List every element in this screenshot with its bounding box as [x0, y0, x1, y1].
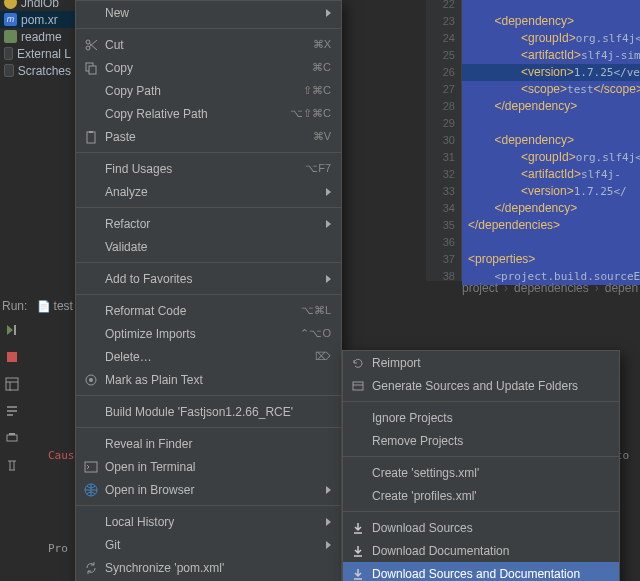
- menu-item-delete[interactable]: Delete…⌦: [76, 345, 341, 368]
- blank-icon: [84, 107, 98, 121]
- menu-item-reveal-in-finder[interactable]: Reveal in Finder: [76, 432, 341, 455]
- menu-item-ignore-projects[interactable]: Ignore Projects: [343, 406, 619, 429]
- menu-item-label: Ignore Projects: [372, 411, 609, 425]
- menu-item-copy-path[interactable]: Copy Path⇧⌘C: [76, 79, 341, 102]
- reimport-icon: [351, 356, 365, 370]
- code-line[interactable]: </dependencies>: [462, 217, 640, 234]
- menu-item-refactor[interactable]: Refactor: [76, 212, 341, 235]
- code-line[interactable]: [462, 234, 640, 251]
- rerun-icon[interactable]: [5, 323, 19, 337]
- code-line[interactable]: <version>1.7.25</: [462, 183, 640, 200]
- menu-item-reimport[interactable]: Reimport: [343, 351, 619, 374]
- breadcrumb-item[interactable]: dependencies: [514, 281, 589, 295]
- tree-item[interactable]: mpom.xr: [0, 11, 75, 28]
- menu-item-synchronize-pom-xml[interactable]: Synchronize 'pom.xml': [76, 556, 341, 579]
- menu-item-new[interactable]: New: [76, 1, 341, 24]
- menu-item-label: Cut: [105, 38, 306, 52]
- menu-item-validate[interactable]: Validate: [76, 235, 341, 258]
- menu-item-copy-relative-path[interactable]: Copy Relative Path⌥⇧⌘C: [76, 102, 341, 125]
- menu-separator: [343, 511, 619, 512]
- blank-icon: [84, 162, 98, 176]
- code-line[interactable]: [462, 0, 640, 13]
- menu-item-label: Optimize Imports: [105, 327, 293, 341]
- delete-icon[interactable]: [5, 458, 19, 472]
- menu-item-analyze[interactable]: Analyze: [76, 180, 341, 203]
- wrap-icon[interactable]: [5, 404, 19, 418]
- menu-item-local-history[interactable]: Local History: [76, 510, 341, 533]
- mark-icon: [84, 373, 98, 387]
- menu-item-download-sources-and-documentation[interactable]: Download Sources and Documentation: [343, 562, 619, 581]
- stop-icon[interactable]: [5, 350, 19, 364]
- menu-item-optimize-imports[interactable]: Optimize Imports⌃⌥O: [76, 322, 341, 345]
- menu-item-find-usages[interactable]: Find Usages⌥F7: [76, 157, 341, 180]
- tree-item[interactable]: readme: [0, 28, 75, 45]
- console-text: Pro: [48, 542, 68, 555]
- menu-item-label: Generate Sources and Update Folders: [372, 379, 609, 393]
- code-line[interactable]: [462, 115, 640, 132]
- code-line[interactable]: <dependency>: [462, 132, 640, 149]
- menu-item-label: Download Sources and Documentation: [372, 567, 609, 581]
- menu-shortcut: ⌘V: [313, 130, 331, 143]
- blank-icon: [84, 240, 98, 254]
- context-menu: NewCut⌘XCopy⌘CCopy Path⇧⌘CCopy Relative …: [75, 0, 342, 581]
- code-line[interactable]: <scope>test</scope>: [462, 81, 640, 98]
- menu-item-create-settings-xml[interactable]: Create 'settings.xml': [343, 461, 619, 484]
- menu-item-cut[interactable]: Cut⌘X: [76, 33, 341, 56]
- class-icon: [4, 0, 17, 9]
- breadcrumb-item[interactable]: project: [462, 281, 498, 295]
- sync-icon: [84, 561, 98, 575]
- menu-item-copy[interactable]: Copy⌘C: [76, 56, 341, 79]
- print-icon[interactable]: [5, 431, 19, 445]
- menu-separator: [76, 395, 341, 396]
- menu-item-label: Analyze: [105, 185, 313, 199]
- menu-item-label: Reformat Code: [105, 304, 294, 318]
- menu-item-git[interactable]: Git: [76, 533, 341, 556]
- menu-item-create-profiles-xml[interactable]: Create 'profiles.xml': [343, 484, 619, 507]
- menu-item-reformat-code[interactable]: Reformat Code⌥⌘L: [76, 299, 341, 322]
- menu-item-download-documentation[interactable]: Download Documentation: [343, 539, 619, 562]
- line-number: 36: [426, 234, 461, 251]
- menu-item-download-sources[interactable]: Download Sources: [343, 516, 619, 539]
- menu-item-open-in-terminal[interactable]: Open in Terminal: [76, 455, 341, 478]
- code-line[interactable]: <properties>: [462, 251, 640, 268]
- menu-item-remove-projects[interactable]: Remove Projects: [343, 429, 619, 452]
- line-number: 24: [426, 30, 461, 47]
- menu-item-paste[interactable]: Paste⌘V: [76, 125, 341, 148]
- terminal-icon: [84, 460, 98, 474]
- breadcrumb-item[interactable]: depen: [605, 281, 638, 295]
- menu-separator: [343, 456, 619, 457]
- tree-item[interactable]: JndiOb: [0, 0, 75, 11]
- menu-item-label: Find Usages: [105, 162, 298, 176]
- blank-icon: [84, 437, 98, 451]
- code-line[interactable]: </dependency>: [462, 98, 640, 115]
- tree-item[interactable]: Scratches: [0, 62, 75, 79]
- line-number: 34: [426, 200, 461, 217]
- code-line[interactable]: <version>1.7.25</vers: [462, 64, 640, 81]
- code-line[interactable]: </dependency>: [462, 200, 640, 217]
- tree-item-label: External L: [17, 47, 71, 61]
- tree-item[interactable]: External L: [0, 45, 75, 62]
- tree-item-label: Scratches: [18, 64, 71, 78]
- blank-icon: [84, 272, 98, 286]
- layout-icon[interactable]: [5, 377, 19, 391]
- menu-item-add-to-favorites[interactable]: Add to Favorites: [76, 267, 341, 290]
- menu-item-mark-as-plain-text[interactable]: Mark as Plain Text: [76, 368, 341, 391]
- menu-shortcut: ⌦: [315, 350, 331, 363]
- blank-icon: [84, 6, 98, 20]
- lib-icon: [4, 47, 13, 60]
- code-line[interactable]: <artifactId>slf4j-: [462, 166, 640, 183]
- code-line[interactable]: <dependency>: [462, 13, 640, 30]
- code-line[interactable]: <groupId>org.slf4j</: [462, 30, 640, 47]
- menu-item-build-module-fastjson1-2-66-rce[interactable]: Build Module 'Fastjson1.2.66_RCE': [76, 400, 341, 423]
- menu-shortcut: ⌃⌥O: [300, 327, 331, 340]
- blank-icon: [84, 304, 98, 318]
- editor-code[interactable]: <dependency> <groupId>org.slf4j</ <artif…: [462, 0, 640, 285]
- code-line[interactable]: <groupId>org.slf4j</: [462, 149, 640, 166]
- menu-item-generate-sources-and-update-folders[interactable]: Generate Sources and Update Folders: [343, 374, 619, 397]
- download-icon: [351, 567, 365, 581]
- breadcrumb[interactable]: project›dependencies›depen: [462, 281, 638, 295]
- menu-item-open-in-browser[interactable]: Open in Browser: [76, 478, 341, 501]
- code-line[interactable]: <artifactId>slf4j-sim: [462, 47, 640, 64]
- line-number: 28: [426, 98, 461, 115]
- scr-icon: [4, 64, 14, 77]
